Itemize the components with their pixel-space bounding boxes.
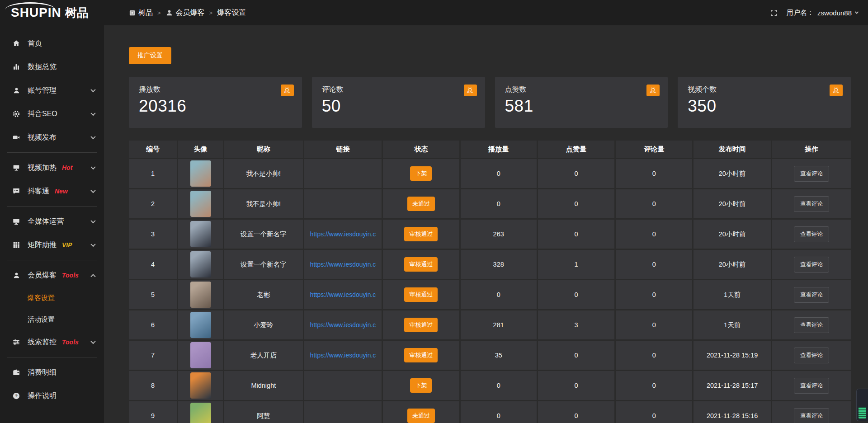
table-row: 5老彬https://www.iesdouyin.c审核通过0001天前查看评论 — [129, 280, 851, 309]
plays-value: 0 — [497, 412, 500, 419]
cell-action: 查看评论 — [772, 280, 851, 309]
sidebar-item-label: 会员爆客 — [28, 271, 57, 280]
sidebar-item-tag: Tools — [62, 338, 79, 346]
time-value: 2021-11-28 15:17 — [707, 382, 758, 389]
breadcrumb-item[interactable]: 会员爆客 — [165, 8, 205, 18]
sidebar-item[interactable]: ?操作说明 — [0, 384, 104, 408]
view-comments-button[interactable]: 查看评论 — [794, 257, 829, 273]
view-comments-button[interactable]: 查看评论 — [794, 348, 829, 363]
sidebar-item[interactable]: 全媒体运营 — [0, 210, 104, 233]
sidebar: 首页数据总览账号管理抖音SEO视频发布视频加热Hot抖客通New全媒体运营矩阵助… — [0, 25, 104, 423]
video-link[interactable]: https://www.iesdouyin.c — [310, 291, 376, 298]
sidebar-item[interactable]: 矩阵助推VIP — [0, 233, 104, 257]
cell-nickname: Midnight — [224, 371, 303, 400]
sidebar-item[interactable]: 线索监控Tools — [0, 330, 104, 354]
cell-comments: 0 — [616, 250, 692, 279]
cell-link — [304, 401, 382, 423]
sidebar-item[interactable]: 会员爆客Tools — [0, 263, 104, 287]
stat-card: 视频个数350总 — [678, 77, 851, 128]
cell-link — [304, 189, 382, 218]
view-comments-button[interactable]: 查看评论 — [794, 166, 829, 182]
cell-link: https://www.iesdouyin.c — [304, 250, 382, 279]
stat-card-badge: 总 — [646, 85, 660, 96]
video-link[interactable]: https://www.iesdouyin.c — [310, 352, 376, 359]
stat-card-value: 20316 — [139, 97, 292, 116]
time-value: 20小时前 — [719, 230, 746, 239]
cell-time: 2021-11-28 15:17 — [693, 371, 770, 400]
avatar — [190, 191, 211, 217]
sidebar-item[interactable]: 首页 — [0, 32, 104, 55]
view-comments-button[interactable]: 查看评论 — [794, 287, 829, 303]
wallet-icon — [12, 368, 21, 376]
sidebar-item[interactable]: 消费明细 — [0, 361, 104, 384]
breadcrumb-item[interactable]: 爆客设置 — [217, 8, 246, 18]
sidebar-item[interactable]: 抖客通New — [0, 179, 104, 203]
sidebar-item[interactable]: 视频发布 — [0, 126, 104, 149]
header-right: 用户名：zswodun88 — [770, 9, 868, 17]
promo-settings-button[interactable]: 推广设置 — [129, 47, 171, 64]
sidebar-item[interactable]: 账号管理 — [0, 79, 104, 102]
cell-plays: 35 — [461, 341, 537, 370]
cell-likes: 0 — [538, 159, 614, 188]
cell-id: 1 — [129, 159, 177, 188]
cell-nickname: 设置一个新名字 — [224, 220, 303, 249]
row-id: 2 — [151, 200, 155, 207]
top-header: SHUPIN 树品 树品>会员爆客>爆客设置 用户名：zswodun88 — [0, 0, 868, 25]
cell-link: https://www.iesdouyin.c — [304, 310, 382, 339]
cell-avatar — [178, 401, 222, 423]
fullscreen-icon[interactable] — [770, 9, 778, 17]
table-header-cell: 点赞量 — [538, 141, 614, 158]
stat-card-badge: 总 — [281, 85, 294, 96]
cell-comments: 0 — [616, 280, 692, 309]
view-comments-button[interactable]: 查看评论 — [794, 408, 829, 423]
cell-time: 20小时前 — [693, 159, 770, 188]
user-menu[interactable]: 用户名：zswodun88 — [787, 9, 858, 17]
breadcrumb-item[interactable]: 树品 — [129, 8, 153, 18]
table-row: 1我不是小帅!下架00020小时前查看评论 — [129, 159, 851, 188]
view-comments-button[interactable]: 查看评论 — [794, 317, 829, 333]
nickname-text: Midnight — [251, 382, 276, 389]
row-id: 6 — [151, 321, 155, 329]
view-comments-button[interactable]: 查看评论 — [794, 196, 829, 212]
sidebar-subitem[interactable]: 活动设置 — [0, 309, 104, 330]
heat-icon — [12, 164, 21, 172]
view-comments-button[interactable]: 查看评论 — [794, 226, 829, 242]
video-link[interactable]: https://www.iesdouyin.c — [310, 230, 376, 238]
member-icon — [12, 272, 21, 279]
video-link[interactable]: https://www.iesdouyin.c — [310, 261, 376, 268]
sidebar-subitem-label: 爆客设置 — [28, 294, 55, 302]
time-value: 20小时前 — [719, 169, 746, 178]
cell-link: https://www.iesdouyin.c — [304, 220, 382, 249]
time-value: 20小时前 — [719, 260, 746, 269]
sidebar-subitem[interactable]: 爆客设置 — [0, 287, 104, 309]
cell-comments: 0 — [616, 159, 692, 188]
status-badge: 审核通过 — [404, 318, 438, 332]
floating-widget[interactable] — [856, 389, 868, 421]
stats-row: 播放数20316总评论数50总点赞数581总视频个数350总 — [129, 77, 851, 128]
cell-link: https://www.iesdouyin.c — [304, 280, 382, 309]
table-row: 7老人开店https://www.iesdouyin.c审核通过35002021… — [129, 341, 851, 370]
sidebar-item-tag: VIP — [62, 241, 72, 249]
stat-card-value: 350 — [688, 97, 841, 116]
avatar — [190, 372, 211, 399]
cell-status: 审核通过 — [383, 341, 459, 370]
table-row: 9阿慧未通过0002021-11-28 15:16查看评论 — [129, 401, 851, 423]
cell-likes: 0 — [538, 280, 614, 309]
sidebar-divider — [7, 152, 97, 153]
table-row: 4设置一个新名字https://www.iesdouyin.c审核通过32810… — [129, 250, 851, 279]
sidebar-item[interactable]: 数据总览 — [0, 55, 104, 79]
likes-value: 0 — [574, 352, 578, 359]
plays-value: 281 — [493, 321, 504, 329]
video-link[interactable]: https://www.iesdouyin.c — [310, 321, 376, 329]
cell-plays: 0 — [461, 280, 537, 309]
sidebar-menu: 首页数据总览账号管理抖音SEO视频发布视频加热Hot抖客通New全媒体运营矩阵助… — [0, 32, 104, 408]
sidebar-item[interactable]: 视频加热Hot — [0, 156, 104, 179]
chevron-down-icon — [90, 242, 95, 247]
cell-nickname: 设置一个新名字 — [224, 250, 303, 279]
cell-avatar — [178, 310, 222, 339]
view-comments-button[interactable]: 查看评论 — [794, 378, 829, 394]
cell-time: 20小时前 — [693, 189, 770, 218]
sidebar-item[interactable]: 抖音SEO — [0, 102, 104, 126]
comments-value: 0 — [652, 412, 656, 419]
cell-action: 查看评论 — [772, 189, 851, 218]
